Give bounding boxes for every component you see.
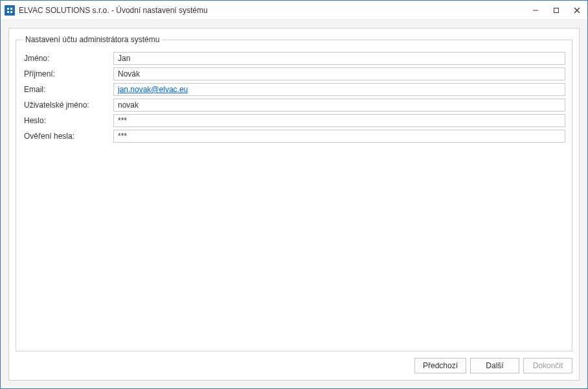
form-row-username: Uživatelské jméno:	[23, 99, 565, 112]
admin-account-group: Nastavení účtu administrátora systému Jm…	[16, 35, 572, 351]
maximize-button[interactable]	[546, 1, 567, 19]
svg-rect-2	[10, 8, 12, 10]
username-input[interactable]	[113, 99, 565, 112]
svg-rect-4	[10, 11, 12, 13]
password-confirm-label: Ověření hesla:	[23, 132, 113, 141]
next-button[interactable]: Další	[470, 358, 519, 373]
firstname-label: Jméno:	[23, 54, 113, 63]
username-label: Uživatelské jméno:	[23, 100, 113, 110]
app-icon	[5, 5, 15, 16]
maximize-icon	[553, 7, 560, 14]
password-label: Heslo:	[23, 116, 113, 125]
close-icon	[574, 7, 580, 14]
password-input[interactable]	[113, 114, 565, 127]
form-row-email: Email:	[23, 83, 565, 96]
lastname-input[interactable]	[113, 67, 565, 80]
svg-rect-3	[7, 11, 9, 13]
form-row-password-confirm: Ověření hesla:	[23, 130, 565, 143]
minimize-button[interactable]	[525, 1, 546, 19]
form-row-password: Heslo:	[23, 114, 565, 127]
titlebar: ELVAC SOLUTIONS s.r.o. - Úvodní nastaven…	[1, 1, 587, 20]
email-label: Email:	[23, 85, 113, 94]
password-confirm-input[interactable]	[113, 130, 565, 143]
form-row-lastname: Příjmení:	[23, 67, 565, 80]
group-title: Nastavení účtu administrátora systému	[23, 35, 162, 44]
content-wrapper: Nastavení účtu administrátora systému Jm…	[1, 20, 587, 388]
svg-rect-6	[554, 8, 559, 12]
wizard-button-bar: Předchozí Další Dokončit	[16, 351, 572, 373]
minimize-icon	[532, 7, 539, 14]
firstname-input[interactable]	[113, 52, 565, 65]
main-panel: Nastavení účtu administrátora systému Jm…	[8, 28, 580, 381]
form-row-firstname: Jméno:	[23, 52, 565, 65]
close-button[interactable]	[567, 1, 587, 19]
window-controls	[525, 1, 587, 19]
window-title: ELVAC SOLUTIONS s.r.o. - Úvodní nastaven…	[19, 6, 525, 15]
previous-button[interactable]: Předchozí	[414, 358, 466, 373]
svg-rect-1	[7, 8, 9, 10]
finish-button[interactable]: Dokončit	[523, 358, 572, 373]
email-input[interactable]	[113, 83, 565, 96]
lastname-label: Příjmení:	[23, 69, 113, 78]
